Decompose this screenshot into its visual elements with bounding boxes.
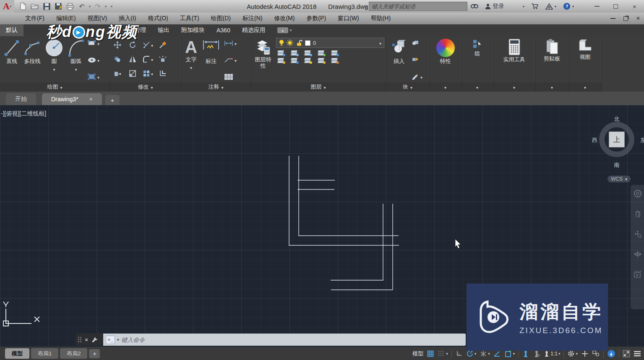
help-icon[interactable]: ? ▾ [563,3,574,10]
create-block-button[interactable] [411,39,422,45]
viewcube[interactable]: 北 西 上 东 南 [594,117,640,171]
panel-properties-footer[interactable] [430,82,461,92]
app-menu-button[interactable]: A ▾ [0,0,14,13]
polar-caret-icon[interactable]: ▾ [475,352,477,356]
line-button[interactable]: 直线 [3,38,21,82]
stretch-button[interactable] [110,66,125,81]
plot-icon[interactable] [65,2,75,11]
view-interface-button[interactable]: 视图 [576,38,594,82]
layer-match-button[interactable] [331,50,338,55]
offset-button[interactable] [155,66,170,81]
doc-minimize-button[interactable] [610,18,616,19]
minimize-button[interactable] [587,0,606,13]
layer-on-all-button[interactable] [278,58,284,63]
open-file-icon[interactable] [30,2,39,11]
menu-help[interactable]: 帮助(H) [365,15,396,22]
viewcube-top-face[interactable]: 上 [609,131,625,147]
nav-wheel-icon[interactable] [633,189,642,198]
file-tab-close-icon[interactable]: × [89,96,93,102]
menu-file[interactable]: 文件(F) [19,15,50,22]
copy-button[interactable] [110,52,125,66]
command-close-icon[interactable]: × [85,336,88,343]
layer-off-button[interactable] [278,50,284,55]
layout-tab-model[interactable]: 模型 [5,348,29,359]
group-button[interactable]: 组 [471,38,484,82]
hatch-button[interactable] [87,73,99,81]
doc-close-button[interactable]: × [635,15,641,22]
a360-share-icon[interactable]: ▾ [545,3,556,10]
ortho-toggle-icon[interactable] [454,348,464,359]
mirror-button[interactable] [125,52,140,66]
viewcube-west-label[interactable]: 西 [592,137,597,144]
panel-utilities-footer[interactable] [493,82,535,92]
clipboard-button[interactable]: 剪贴板 [542,38,561,82]
command-prompt-icon[interactable]: >_ [106,336,115,344]
layer-unlock-all-button[interactable] [318,58,325,63]
layer-freeze-button[interactable] [305,50,311,55]
menu-edit[interactable]: 编辑(E) [50,15,82,22]
customization-menu-icon[interactable] [632,348,642,359]
file-tab-start[interactable]: 开始 [6,93,36,105]
ribbon-tab-a360[interactable]: A360 [211,25,236,36]
help-caret-icon[interactable]: ▾ [572,5,574,8]
insert-block-button[interactable]: 插入 [388,38,409,82]
ribbon-collapse-button[interactable]: ▴ ▾ [277,27,292,33]
edit-attribute-button[interactable] [411,56,422,62]
polyline-button[interactable]: 多段线 [23,38,42,82]
panel-view-footer[interactable] [569,82,601,92]
file-tab-drawing3[interactable]: Drawing3* × [42,93,102,105]
arc-button[interactable]: 圆弧 [66,38,86,82]
panel-block-footer[interactable]: 块 [386,82,429,92]
model-space-button[interactable]: 模型 [411,348,425,359]
panel-modify-footer[interactable]: 修改 [110,82,181,92]
menu-modify[interactable]: 修改(M) [268,15,300,22]
qat-customize-icon[interactable]: ▾ [111,5,112,8]
sign-in-button[interactable]: 登录 ▾ [485,3,524,10]
panel-clipboard-footer[interactable] [535,82,568,92]
circle-caret-icon[interactable] [53,66,55,72]
layout-tab-layout2[interactable]: 布局2 [60,348,87,359]
menu-format[interactable]: 格式(O) [142,15,174,22]
redo-icon[interactable]: ↷ [93,2,102,11]
ribbon-tab-featured[interactable]: 精选应用 [236,24,271,36]
ribbon-tab-output[interactable]: 输出 [152,24,175,36]
arc-caret-icon[interactable] [75,66,77,72]
utilities-button[interactable]: 实用工具 [502,38,527,82]
layer-isolate-button[interactable] [291,50,298,55]
circle-button[interactable]: 圆 [44,38,65,82]
text-caret-icon[interactable] [190,64,192,71]
new-file-icon[interactable] [18,2,28,11]
ellipse-button[interactable] [87,56,99,64]
save-as-icon[interactable] [54,2,63,11]
clean-screen-icon[interactable] [621,348,631,359]
new-layout-button[interactable]: + [89,349,100,358]
array-button[interactable] [140,66,155,81]
snap-toggle-icon[interactable]: ▾ [436,348,449,359]
wcs-selector[interactable]: WCS [607,176,631,182]
menu-dimension[interactable]: 标注(N) [237,15,268,22]
command-input-area[interactable]: >_ ▾ [103,334,466,346]
panel-groups-footer[interactable] [461,82,493,92]
command-wrench-icon[interactable] [91,336,98,343]
nav-pan-icon[interactable] [633,209,642,218]
help-search-input[interactable] [369,2,467,11]
nav-orbit-icon[interactable] [633,250,642,259]
search-expand-icon[interactable]: ▶ [365,4,368,9]
panel-draw-footer[interactable]: 绘图 [0,82,110,92]
linear-dim-button[interactable] [224,39,237,47]
block-editor-button[interactable] [411,73,422,81]
trim-button[interactable] [140,38,155,52]
navigation-bar[interactable] [631,185,644,309]
viewcube-south-label[interactable]: 南 [614,161,620,169]
doc-restore-button[interactable] [622,16,629,21]
save-icon[interactable] [42,2,51,11]
command-input[interactable] [121,336,463,343]
properties-button[interactable]: 特性 [435,38,456,82]
menu-insert[interactable]: 插入(I) [113,15,142,22]
layer-select[interactable]: 0 [276,38,384,48]
layer-thaw-button[interactable] [305,58,311,63]
nav-zoom-icon[interactable] [633,229,642,239]
layer-properties-button[interactable]: 图层特性 [253,38,273,82]
menu-draw[interactable]: 绘图(D) [205,15,237,22]
text-button[interactable]: A 文字 [184,38,198,82]
